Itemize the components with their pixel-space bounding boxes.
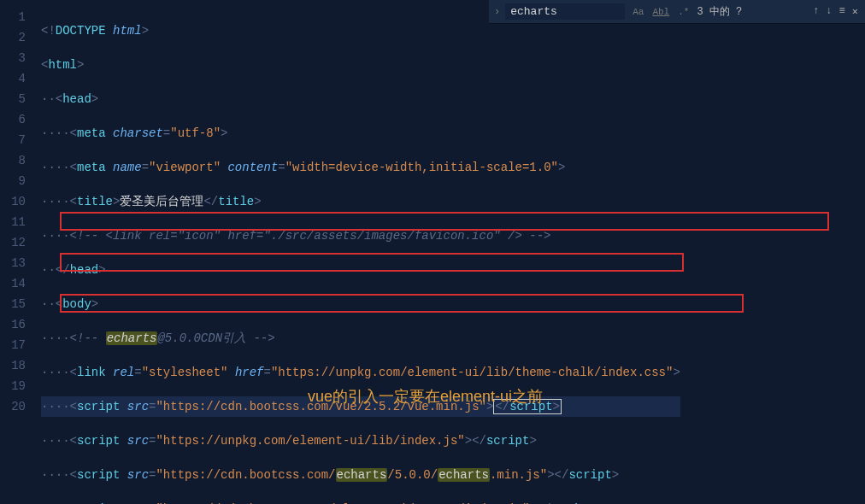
line-number: 19 bbox=[7, 376, 26, 396]
code-line: ····<title>爱圣美后台管理</title> bbox=[41, 191, 680, 212]
find-status: 3 中的 ? bbox=[697, 4, 742, 19]
code-line: <html> bbox=[41, 55, 680, 75]
find-nav: ↑ ↓ ≡ ✕ bbox=[811, 5, 860, 18]
line-number: 17 bbox=[7, 335, 26, 355]
code-line: ····<script src="https://unpkg.com/eleme… bbox=[41, 431, 680, 451]
line-number: 13 bbox=[7, 253, 26, 273]
find-selection-icon[interactable]: ≡ bbox=[838, 5, 847, 18]
line-number: 20 bbox=[7, 396, 26, 417]
code-line: ····<meta charset="utf-8"> bbox=[41, 123, 680, 144]
annotation-text: vue的引入一定要在element-ui之前 bbox=[308, 386, 543, 407]
code-area[interactable]: <!DOCTYPE html> <html> ··<head> ····<met… bbox=[34, 0, 680, 504]
code-line: ····<script src="https://cdn.bootcss.com… bbox=[41, 499, 680, 504]
code-line: ····<script src="https://cdn.bootcss.com… bbox=[41, 465, 680, 485]
find-close-icon[interactable]: ✕ bbox=[850, 5, 860, 18]
line-number: 10 bbox=[7, 191, 26, 212]
editor: 1 2 3 4 5 6 7 8 9 10 11 12 13 14 15 16 1… bbox=[0, 0, 865, 504]
line-number: 11 bbox=[7, 212, 26, 232]
line-number: 3 bbox=[7, 48, 26, 68]
line-number: 7 bbox=[7, 130, 26, 150]
code-line: ····<meta name="viewport" content="width… bbox=[41, 157, 680, 178]
line-number: 12 bbox=[7, 232, 26, 253]
find-prev-icon[interactable]: ↑ bbox=[811, 5, 821, 18]
line-number: 16 bbox=[7, 314, 26, 335]
code-line: ····<!-- <link rel="icon" href="./src/as… bbox=[41, 226, 680, 246]
code-line: <!DOCTYPE html> bbox=[41, 21, 680, 41]
line-number: 1 bbox=[7, 7, 26, 27]
code-line: ····<link rel="stylesheet" href="https:/… bbox=[41, 362, 680, 383]
line-number: 14 bbox=[7, 273, 26, 294]
line-number: 18 bbox=[7, 355, 26, 376]
code-line: ··<head> bbox=[41, 89, 680, 109]
code-line: ····<!-- echarts@5.0.0CDN引入 --> bbox=[41, 328, 680, 349]
line-number: 6 bbox=[7, 109, 26, 130]
line-number: 8 bbox=[7, 150, 26, 171]
find-next-icon[interactable]: ↓ bbox=[824, 5, 833, 18]
code-line: ··</head> bbox=[41, 260, 680, 280]
line-number: 15 bbox=[7, 294, 26, 314]
line-number: 9 bbox=[7, 171, 26, 191]
code-line: ··<body> bbox=[41, 294, 680, 314]
line-number: 5 bbox=[7, 89, 26, 109]
line-number: 2 bbox=[7, 27, 26, 48]
line-number: 4 bbox=[7, 68, 26, 89]
line-gutter: 1 2 3 4 5 6 7 8 9 10 11 12 13 14 15 16 1… bbox=[0, 0, 34, 504]
